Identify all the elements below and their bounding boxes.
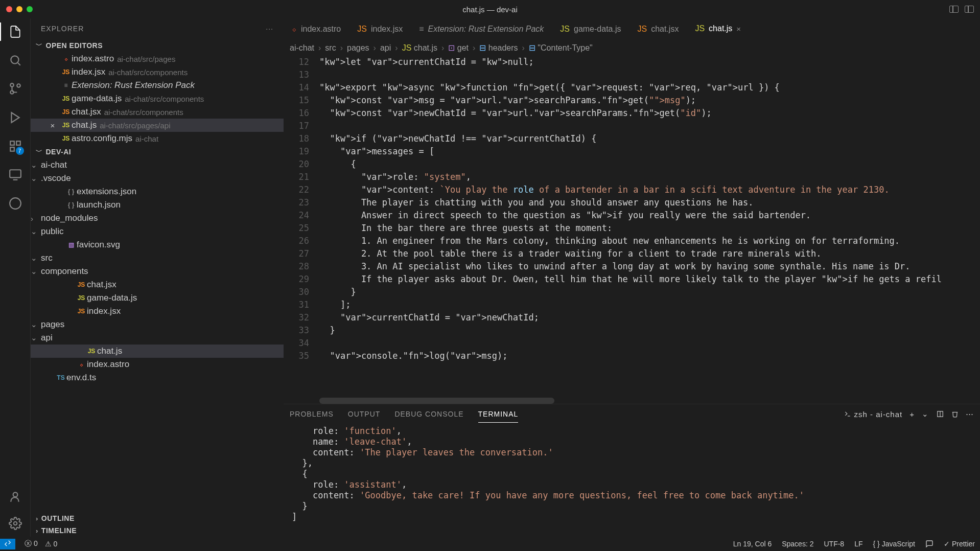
minimize-window[interactable]: [16, 6, 22, 12]
open-editor-item[interactable]: JSastro.config.mjsai-chat: [31, 132, 284, 145]
breadcrumb-item[interactable]: ⊡ get: [448, 43, 469, 53]
open-editor-item[interactable]: JSgame-data.jsai-chat/src/components: [31, 92, 284, 105]
statusbar: ⓧ 0 ⚠ 0 Ln 19, Col 6 Spaces: 2 UTF-8 LF …: [0, 537, 980, 551]
layout-icon[interactable]: [965, 6, 974, 13]
open-editor-item[interactable]: JSindex.jsxai-chat/src/components: [31, 65, 284, 79]
close-window[interactable]: [6, 6, 12, 12]
tab-chat-jsx[interactable]: JSchat.jsx: [629, 18, 687, 39]
status-language[interactable]: { } JavaScript: [873, 540, 915, 548]
open-editor-item[interactable]: ×JSchat.jsai-chat/src/pages/api: [31, 119, 284, 132]
tab-Extension-Rust-Extension-Pack[interactable]: ≡Extension: Rust Extension Pack: [411, 18, 552, 39]
status-spaces[interactable]: Spaces: 2: [782, 540, 813, 548]
open-editor-item[interactable]: ≡Extension: Rust Extension Pack: [31, 79, 284, 92]
code-content[interactable]: "kw">let "var">currentChatId = "kw">null…: [319, 56, 980, 398]
file-name: launch.json: [77, 200, 121, 210]
account-icon[interactable]: [8, 490, 22, 504]
file-chat.jsx[interactable]: JSchat.jsx: [31, 278, 284, 291]
split-terminal-icon[interactable]: [936, 410, 944, 418]
file-name: extensions.json: [77, 187, 136, 197]
panel-tab-problems[interactable]: PROBLEMS: [290, 410, 334, 418]
file-game-data.js[interactable]: JSgame-data.js: [31, 291, 284, 305]
folder-public[interactable]: ⌄public: [31, 225, 284, 238]
scrollbar-thumb[interactable]: [319, 398, 554, 404]
tab-game-data-js[interactable]: JSgame-data.js: [552, 18, 629, 39]
breadcrumbs[interactable]: ai-chat›src›pages›api›JS chat.js›⊡ get›⊟…: [284, 40, 980, 56]
kill-terminal-icon[interactable]: [951, 410, 959, 418]
breadcrumb-item[interactable]: JS chat.js: [402, 43, 437, 53]
status-warnings[interactable]: ⚠ 0: [45, 540, 58, 548]
folder-components[interactable]: ⌄components: [31, 265, 284, 278]
file-index.astro[interactable]: ⬦index.astro: [31, 358, 284, 371]
file-chat.js[interactable]: JSchat.js: [31, 345, 284, 358]
tab-chat-js[interactable]: JSchat.js×: [687, 18, 749, 39]
close-icon[interactable]: ×: [45, 121, 60, 130]
file-extensions.json[interactable]: { }extensions.json: [31, 185, 284, 198]
folder-api[interactable]: ⌄api: [31, 331, 284, 345]
search-icon[interactable]: [8, 53, 22, 67]
breadcrumb-item[interactable]: pages: [347, 43, 369, 53]
folder-pages[interactable]: ⌄pages: [31, 318, 284, 331]
astro-file-icon: ⬦: [292, 25, 297, 34]
folder-root[interactable]: ⌄ai-chat: [31, 158, 284, 172]
terminal-selector[interactable]: zsh - ai-chat: [844, 410, 903, 419]
folder-node_modules[interactable]: ›node_modules: [31, 212, 284, 225]
status-feedback-icon[interactable]: [925, 540, 934, 548]
status-position[interactable]: Ln 19, Col 6: [733, 540, 772, 548]
breadcrumb-item[interactable]: ai-chat: [290, 43, 314, 53]
folder-name: node_modules: [41, 213, 98, 223]
file-index.jsx[interactable]: JSindex.jsx: [31, 305, 284, 318]
remote-indicator[interactable]: [0, 539, 15, 549]
edge-icon[interactable]: [8, 196, 22, 211]
source-control-icon[interactable]: [8, 82, 22, 96]
svg-point-11: [10, 198, 21, 209]
breadcrumb-item[interactable]: api: [380, 43, 391, 53]
code-editor[interactable]: 1213141516171819202122232425262728293031…: [284, 56, 980, 398]
terminal-output[interactable]: role: 'function', name: 'leave-chat', co…: [284, 424, 980, 537]
file-env.d.ts[interactable]: TSenv.d.ts: [31, 371, 284, 384]
terminal-dropdown-icon[interactable]: ⌄: [922, 409, 929, 419]
panel-tab-terminal[interactable]: TERMINAL: [478, 410, 519, 423]
breadcrumb-item[interactable]: ⊟ headers: [479, 43, 518, 53]
file-favicon.svg[interactable]: ▧favicon.svg: [31, 238, 284, 251]
outline-header[interactable]: › OUTLINE: [31, 512, 284, 524]
file-name: game-data.js: [72, 94, 122, 104]
tab-index-jsx[interactable]: JSindex.jsx: [349, 18, 411, 39]
run-debug-icon[interactable]: [8, 110, 22, 125]
panel-tab-debug-console[interactable]: DEBUG CONSOLE: [394, 410, 463, 418]
folder-src[interactable]: ⌄src: [31, 251, 284, 265]
timeline-header[interactable]: › TIMELINE: [31, 524, 284, 537]
tab-index-astro[interactable]: ⬦index.astro: [284, 18, 349, 39]
activity-bar: 7: [0, 18, 31, 537]
tab-label: game-data.js: [574, 25, 621, 34]
breadcrumb-item[interactable]: ⊟ "Content-Type": [529, 43, 593, 53]
svg-point-4: [10, 83, 14, 87]
sidebar-more-icon[interactable]: ···: [266, 25, 273, 33]
file-launch.json[interactable]: { }launch.json: [31, 198, 284, 212]
explorer-icon[interactable]: [8, 25, 22, 39]
status-eol[interactable]: LF: [854, 540, 862, 548]
panel-more-icon[interactable]: ⋯: [966, 409, 974, 419]
folder-.vscode[interactable]: ⌄.vscode: [31, 172, 284, 185]
open-editors-header[interactable]: ﹀ OPEN EDITORS: [31, 39, 284, 52]
new-terminal-icon[interactable]: +: [909, 410, 915, 419]
status-prettier[interactable]: ✓ Prettier: [944, 540, 975, 548]
maximize-window[interactable]: [27, 6, 33, 12]
status-encoding[interactable]: UTF-8: [824, 540, 844, 548]
project-header[interactable]: ﹀ DEV-AI: [31, 145, 284, 158]
open-editor-item[interactable]: ⬦index.astroai-chat/src/pages: [31, 52, 284, 65]
svg-line-1: [18, 63, 20, 65]
panel-tab-output[interactable]: OUTPUT: [348, 410, 381, 418]
extensions-icon[interactable]: 7: [8, 139, 22, 153]
close-icon[interactable]: ×: [736, 25, 741, 33]
remote-icon[interactable]: [8, 168, 22, 182]
jsx-file-icon: JS: [60, 108, 72, 116]
horizontal-scrollbar[interactable]: [319, 398, 960, 404]
toggle-panel-icon[interactable]: [949, 6, 959, 13]
file-path: ai-chat/src/components: [104, 108, 183, 117]
settings-icon[interactable]: [8, 516, 22, 531]
status-errors[interactable]: ⓧ 0: [25, 539, 38, 548]
breadcrumb-item[interactable]: src: [325, 43, 336, 53]
jsx-file-icon: JS: [357, 25, 367, 34]
file-name: index.astro: [72, 54, 114, 64]
open-editor-item[interactable]: JSchat.jsxai-chat/src/components: [31, 105, 284, 119]
